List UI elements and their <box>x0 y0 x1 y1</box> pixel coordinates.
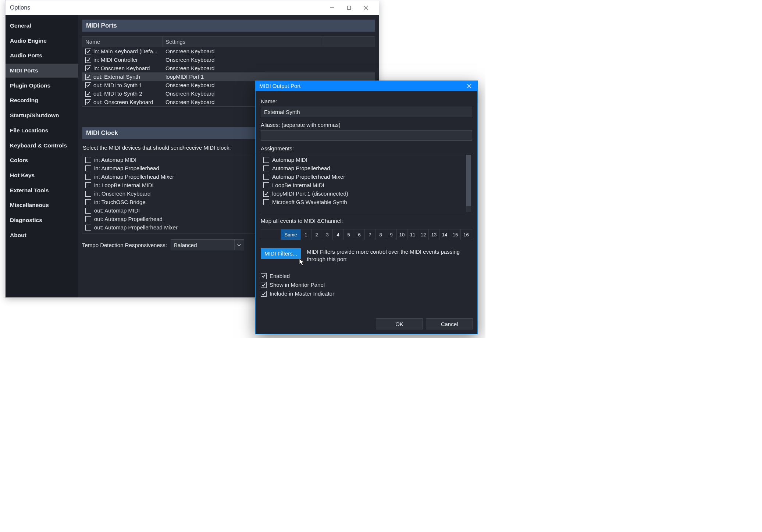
maximize-button[interactable] <box>341 2 357 14</box>
channel-7-button[interactable]: 7 <box>365 229 375 240</box>
ports-row[interactable]: out: External SynthloopMIDI Port 1 <box>82 72 375 81</box>
tempo-select[interactable]: Balanced <box>171 239 244 250</box>
port-name: in: Main Keyboard (Defa... <box>93 48 157 54</box>
sidebar-item-plugin-options[interactable]: Plugin Options <box>6 79 78 93</box>
port-row-checkbox[interactable] <box>85 82 91 88</box>
midi-output-port-dialog: MIDI Output Port Name: Aliases: (separat… <box>255 81 478 334</box>
assignment-row[interactable]: Microsoft GS Wavetable Synth <box>263 198 464 206</box>
aliases-input[interactable] <box>261 130 472 141</box>
channel-9-button[interactable]: 9 <box>386 229 397 240</box>
include-master-checkbox[interactable] <box>261 291 267 297</box>
sidebar-item-about[interactable]: About <box>6 228 78 242</box>
channel-8-button[interactable]: 8 <box>375 229 386 240</box>
channel-same-button[interactable]: Same <box>281 229 301 240</box>
assignment-row[interactable]: Automap Propellerhead <box>263 164 464 172</box>
clock-device-checkbox[interactable] <box>85 157 91 163</box>
port-row-checkbox[interactable] <box>85 57 91 63</box>
port-name: out: MIDI to Synth 1 <box>93 82 142 88</box>
clock-device-checkbox[interactable] <box>85 165 91 171</box>
ok-button[interactable]: OK <box>376 318 423 329</box>
clock-device-checkbox[interactable] <box>85 191 91 197</box>
sidebar-item-colors[interactable]: Colors <box>6 153 78 167</box>
clock-device-checkbox[interactable] <box>85 225 91 231</box>
channel-16-button[interactable]: 16 <box>461 229 471 240</box>
clock-device-checkbox[interactable] <box>85 208 91 214</box>
channel-6-button[interactable]: 6 <box>354 229 365 240</box>
midi-filters-button[interactable]: MIDI Filters... <box>261 248 301 259</box>
ports-row[interactable]: in: Main Keyboard (Defa...Onscreen Keybo… <box>82 47 375 56</box>
port-row-checkbox[interactable] <box>85 74 91 80</box>
channel-5-button[interactable]: 5 <box>343 229 354 240</box>
clock-device-label: out: Automap Propellerhead <box>94 216 163 222</box>
channel-10-button[interactable]: 10 <box>397 229 407 240</box>
enabled-checkbox[interactable] <box>261 273 267 279</box>
sidebar-item-hot-keys[interactable]: Hot Keys <box>6 168 78 182</box>
sidebar-item-midi-ports[interactable]: MIDI Ports <box>6 64 78 78</box>
clock-device-label: in: Automap Propellerhead Mixer <box>94 174 174 180</box>
channel-4-button[interactable]: 4 <box>333 229 343 240</box>
clock-device-checkbox[interactable] <box>85 199 91 205</box>
port-settings: Onscreen Keyboard <box>165 90 214 97</box>
port-name: out: Onscreen Keyboard <box>93 99 153 105</box>
show-in-monitor-checkbox[interactable] <box>261 282 267 288</box>
port-row-checkbox[interactable] <box>85 49 91 54</box>
assignment-row[interactable]: Automap MIDI <box>263 156 464 164</box>
ports-col-name[interactable]: Name <box>82 37 163 47</box>
channel-11-button[interactable]: 11 <box>407 229 418 240</box>
midi-filters-description: MIDI Filters provide more control over t… <box>307 248 472 263</box>
name-input[interactable] <box>261 107 472 117</box>
clock-device-checkbox[interactable] <box>85 216 91 222</box>
channel-15-button[interactable]: 15 <box>450 229 461 240</box>
clock-device-checkbox[interactable] <box>85 182 91 188</box>
assignment-row[interactable]: LoopBe Internal MIDI <box>263 181 464 189</box>
sidebar-item-keyboard-controls[interactable]: Keyboard & Controls <box>6 139 78 153</box>
channel-14-button[interactable]: 14 <box>439 229 450 240</box>
enabled-label: Enabled <box>270 273 290 279</box>
assignment-checkbox[interactable] <box>263 191 269 197</box>
dialog-close-button[interactable] <box>465 83 474 89</box>
scrollbar-thumb[interactable] <box>466 155 471 206</box>
titlebar: Options <box>6 0 379 15</box>
ports-col-settings[interactable]: Settings <box>163 37 323 47</box>
port-row-checkbox[interactable] <box>85 65 91 71</box>
channel-3-button[interactable]: 3 <box>322 229 333 240</box>
sidebar-item-file-locations[interactable]: File Locations <box>6 124 78 138</box>
sidebar-item-miscellaneous[interactable]: Miscellaneous <box>6 198 78 212</box>
assignment-checkbox[interactable] <box>263 165 269 171</box>
assignment-checkbox[interactable] <box>263 174 269 180</box>
cancel-button[interactable]: Cancel <box>426 318 473 329</box>
channel-1-button[interactable]: 1 <box>301 229 311 240</box>
sidebar-item-audio-engine[interactable]: Audio Engine <box>6 34 78 48</box>
channel-2-button[interactable]: 2 <box>311 229 322 240</box>
channel-12-button[interactable]: 12 <box>418 229 429 240</box>
dialog-title: MIDI Output Port <box>259 83 465 89</box>
channel-13-button[interactable]: 13 <box>429 229 439 240</box>
close-button[interactable] <box>357 2 374 14</box>
ports-row[interactable]: in: Onscreen KeyboardOnscreen Keyboard <box>82 64 375 72</box>
ports-row[interactable]: in: MIDI ControllerOnscreen Keyboard <box>82 56 375 64</box>
sidebar-item-general[interactable]: General <box>6 19 78 33</box>
port-row-checkbox[interactable] <box>85 91 91 97</box>
assignments-list[interactable]: Automap MIDIAutomap PropellerheadAutomap… <box>261 154 472 213</box>
port-name: in: MIDI Controller <box>93 57 138 63</box>
assignment-row[interactable]: Automap Propellerhead Mixer <box>263 172 464 181</box>
sidebar-item-external-tools[interactable]: External Tools <box>6 183 78 197</box>
include-master-label: Include in Master Indicator <box>270 290 334 297</box>
tempo-label: Tempo Detection Responsiveness: <box>82 242 167 248</box>
assignment-checkbox[interactable] <box>263 182 269 188</box>
port-settings: loopMIDI Port 1 <box>165 74 204 80</box>
clock-device-checkbox[interactable] <box>85 174 91 180</box>
assignment-row[interactable]: loopMIDI Port 1 (disconnected) <box>263 189 464 198</box>
minimize-button[interactable] <box>324 2 341 14</box>
assignment-checkbox[interactable] <box>263 199 269 205</box>
port-row-checkbox[interactable] <box>85 99 91 105</box>
assignment-label: LoopBe Internal MIDI <box>272 182 324 188</box>
sidebar-item-startup-shutdown[interactable]: Startup/Shutdown <box>6 108 78 122</box>
assignment-checkbox[interactable] <box>263 157 269 163</box>
sidebar-item-diagnostics[interactable]: Diagnostics <box>6 213 78 227</box>
section-midi-ports-header: MIDI Ports <box>82 19 375 32</box>
sidebar-item-audio-ports[interactable]: Audio Ports <box>6 49 78 63</box>
sidebar-item-recording[interactable]: Recording <box>6 93 78 107</box>
tempo-select-value: Balanced <box>171 242 234 248</box>
port-settings: Onscreen Keyboard <box>165 48 214 54</box>
